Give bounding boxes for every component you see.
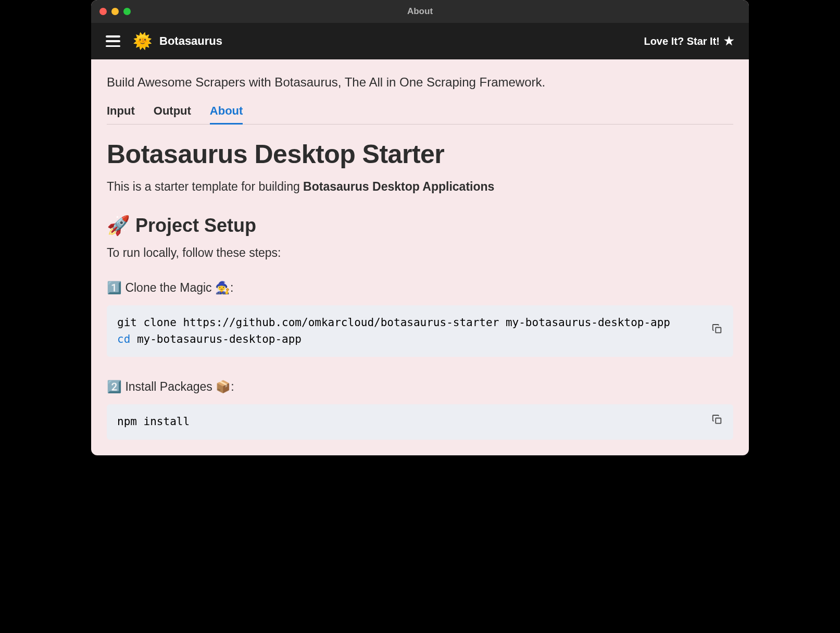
code-block-install: npm install bbox=[107, 404, 733, 440]
window-title: About bbox=[407, 6, 433, 17]
header-left: 🌞 Botasaurus bbox=[106, 33, 222, 49]
star-link[interactable]: Love It? Star It! ★ bbox=[644, 34, 734, 48]
code-cd: cd bbox=[117, 333, 130, 345]
code-line: npm install bbox=[117, 414, 723, 430]
code-cd-arg: my-botasaurus-desktop-app bbox=[130, 333, 302, 345]
copy-icon[interactable] bbox=[711, 323, 723, 340]
section-heading-project-setup: 🚀 Project Setup bbox=[107, 215, 733, 237]
star-icon: ★ bbox=[724, 34, 734, 48]
step-1-label: 1️⃣ Clone the Magic 🧙‍♀️: bbox=[107, 281, 733, 295]
step-2-label: 2️⃣ Install Packages 📦: bbox=[107, 380, 733, 394]
intro-bold: Botasaurus Desktop Applications bbox=[303, 180, 494, 193]
tagline: Build Awesome Scrapers with Botasaurus, … bbox=[107, 75, 733, 90]
intro-text: This is a starter template for building … bbox=[107, 180, 733, 194]
copy-icon[interactable] bbox=[711, 414, 723, 430]
tabs: Input Output About bbox=[107, 104, 733, 125]
app-name: Botasaurus bbox=[159, 34, 222, 48]
maximize-window-button[interactable] bbox=[123, 8, 131, 15]
section-intro: To run locally, follow these steps: bbox=[107, 246, 733, 260]
page-title: Botasaurus Desktop Starter bbox=[107, 139, 733, 169]
tab-output[interactable]: Output bbox=[154, 104, 191, 124]
close-window-button[interactable] bbox=[99, 8, 107, 15]
code-line: git clone https://github.com/omkarcloud/… bbox=[117, 315, 723, 331]
sun-icon: 🌞 bbox=[133, 33, 152, 49]
tab-input[interactable]: Input bbox=[107, 104, 135, 124]
code-line: cd my-botasaurus-desktop-app bbox=[117, 331, 723, 348]
code-block-clone: git clone https://github.com/omkarcloud/… bbox=[107, 305, 733, 357]
intro-prefix: This is a starter template for building bbox=[107, 180, 303, 193]
content-area: Build Awesome Scrapers with Botasaurus, … bbox=[91, 59, 749, 455]
header-bar: 🌞 Botasaurus Love It? Star It! ★ bbox=[91, 23, 749, 59]
minimize-window-button[interactable] bbox=[111, 8, 119, 15]
star-label: Love It? Star It! bbox=[644, 35, 720, 47]
svg-rect-1 bbox=[716, 418, 721, 423]
menu-icon[interactable] bbox=[106, 35, 120, 47]
logo-area[interactable]: 🌞 Botasaurus bbox=[133, 33, 222, 49]
svg-rect-0 bbox=[716, 327, 721, 332]
tab-about[interactable]: About bbox=[210, 104, 243, 124]
window-controls bbox=[99, 8, 131, 15]
title-bar: About bbox=[91, 0, 749, 23]
app-window: About 🌞 Botasaurus Love It? Star It! ★ B… bbox=[91, 0, 749, 455]
